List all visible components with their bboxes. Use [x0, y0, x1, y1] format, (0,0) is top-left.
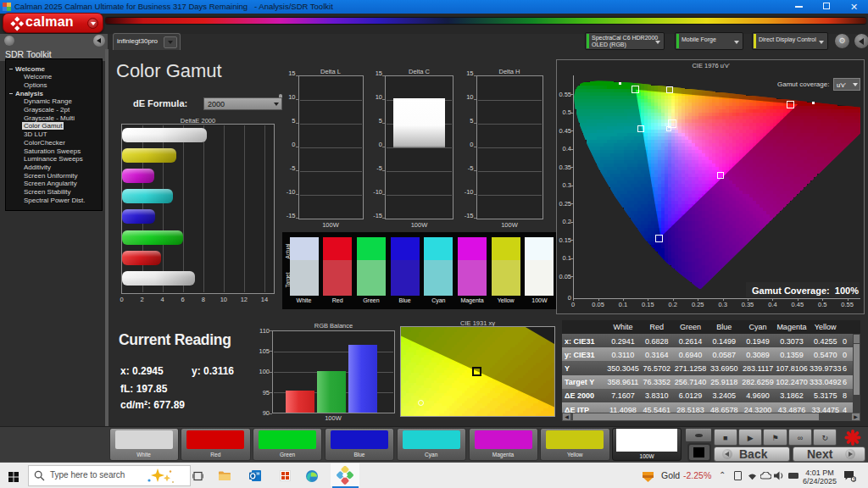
svg-text:3: 3	[853, 477, 855, 482]
